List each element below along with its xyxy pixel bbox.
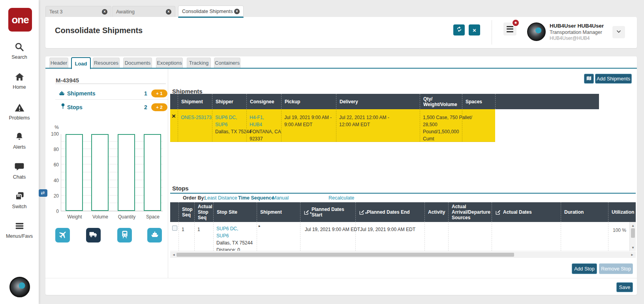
close-icon[interactable]: × bbox=[102, 9, 107, 15]
x-label-space: Space bbox=[139, 214, 167, 220]
sidebar-avatar[interactable] bbox=[9, 277, 30, 297]
tab-documents[interactable]: Documents bbox=[123, 58, 152, 68]
sidebar-item-switch[interactable]: ⇄ Switch bbox=[0, 191, 39, 209]
add-shipments-button[interactable]: Add Shipments bbox=[595, 74, 632, 84]
tab-test3[interactable]: Test 3 × bbox=[45, 6, 111, 17]
scrollbar-thumb[interactable] bbox=[631, 228, 635, 238]
remove-shipment-icon[interactable]: × bbox=[172, 112, 176, 120]
stop-site-cell: SUP6 DC, SUP6 Dallas, TX 75244 Distance:… bbox=[216, 225, 253, 251]
ship-icon bbox=[150, 230, 160, 241]
stops-count: 2 bbox=[144, 104, 147, 110]
shipper-link[interactable]: SUP6 DC, bbox=[215, 114, 252, 121]
consignee-org-link[interactable]: HUB4 bbox=[250, 121, 281, 128]
train-icon bbox=[120, 230, 130, 241]
sidebar-item-search[interactable]: Search bbox=[0, 42, 39, 60]
col-utilization[interactable]: Utilization bbox=[608, 202, 636, 222]
col-actual-sources[interactable]: Actual Arrival/Departure Sources bbox=[448, 202, 492, 222]
order-time-sequence[interactable]: Time Sequence bbox=[238, 195, 274, 201]
stops-section-title: Stops bbox=[172, 185, 189, 192]
shipments-panel-link[interactable]: Shipments bbox=[67, 90, 96, 97]
map-view-button[interactable] bbox=[584, 74, 594, 84]
mode-rail-button[interactable] bbox=[117, 228, 132, 242]
col-actual-stop-seq[interactable]: Actual Stop Seq bbox=[194, 202, 213, 222]
close-page-button[interactable]: × bbox=[469, 24, 480, 35]
sidebar-label-search: Search bbox=[0, 54, 39, 60]
tab-containers[interactable]: Containers bbox=[214, 58, 240, 68]
sidebar-item-alerts[interactable]: Alerts bbox=[0, 132, 39, 150]
shipper-org-link[interactable]: SUP6 bbox=[215, 121, 252, 128]
col-stop-seq[interactable]: Stop Seq bbox=[178, 202, 194, 222]
tab-header[interactable]: Header bbox=[49, 58, 68, 68]
stop-row[interactable]: 1 1 SUP6 DC, SUP6 Dallas, TX 75244 Dista… bbox=[170, 222, 629, 251]
sidebar-item-menus[interactable]: Menus/Favs bbox=[0, 221, 39, 239]
stop-row-checkbox[interactable] bbox=[172, 226, 177, 231]
shipments-delta-badge: + 1 bbox=[151, 90, 167, 97]
sidebar-label-problems: Problems bbox=[0, 115, 39, 121]
order-least-distance[interactable]: Least Distance bbox=[205, 195, 237, 201]
col-actual-dates[interactable]: Actual Dates bbox=[492, 202, 561, 222]
col-activity[interactable]: Activity bbox=[424, 202, 448, 222]
mode-ocean-button[interactable] bbox=[147, 228, 162, 242]
col-delivery[interactable]: Delivery bbox=[336, 94, 420, 109]
refresh-button[interactable] bbox=[453, 24, 465, 35]
col-duration[interactable]: Duration bbox=[561, 202, 608, 222]
order-manual[interactable]: Manual bbox=[272, 195, 289, 201]
hamburger-icon bbox=[507, 26, 513, 27]
col-stop-site[interactable]: Stop Site bbox=[213, 202, 257, 222]
col-shipment[interactable]: Shipment bbox=[178, 94, 212, 109]
shipment-number-cell: ONES-253173 bbox=[181, 114, 212, 121]
edit-icon bbox=[495, 209, 501, 215]
tab-test3-label: Test 3 bbox=[49, 9, 62, 15]
sidebar-label-chats: Chats bbox=[0, 174, 39, 180]
edit-icon: * bbox=[359, 209, 365, 215]
col-shipper[interactable]: Shipper bbox=[212, 94, 246, 109]
close-icon[interactable]: × bbox=[166, 9, 171, 15]
col-stop-shipment[interactable]: Shipment bbox=[257, 202, 300, 222]
planned-end-cell[interactable]: Jul 19, 2021 9:00 AM EDT bbox=[360, 226, 415, 233]
user-avatar[interactable] bbox=[527, 22, 546, 41]
sidebar-item-problems[interactable]: Problems bbox=[0, 103, 39, 121]
tab-consolidate-shipments[interactable]: Consolidate Shipments × bbox=[178, 6, 244, 18]
sidebar-item-chats[interactable]: Chats bbox=[0, 162, 39, 180]
stops-panel-link[interactable]: Stops bbox=[67, 104, 83, 110]
col-planned-dates-start[interactable]: * Planned Dates Start bbox=[300, 202, 355, 222]
tab-resources[interactable]: Resources bbox=[93, 58, 120, 68]
stop-site-org-link[interactable]: SUP6 bbox=[216, 232, 253, 239]
scroll-up-icon[interactable]: ▴ bbox=[630, 222, 636, 229]
add-stop-button[interactable]: Add Stop bbox=[572, 263, 597, 274]
user-menu-dropdown[interactable] bbox=[612, 26, 625, 38]
remove-stop-button[interactable]: Remove Stop bbox=[599, 263, 633, 274]
context-menu-icon[interactable]: ▸ bbox=[259, 224, 261, 228]
col-planned-dates-end[interactable]: * Planned Dates End bbox=[355, 202, 424, 222]
favorite-star-badge[interactable]: ★ bbox=[512, 19, 520, 27]
sidebar-item-home[interactable]: Home bbox=[0, 72, 39, 90]
x-label-quantity: Quantity bbox=[113, 214, 141, 220]
tab-tracking[interactable]: Tracking bbox=[187, 58, 211, 68]
stops-horizontal-scrollbar[interactable]: ◂ ▸ bbox=[170, 252, 636, 258]
y-tick: 100 bbox=[45, 131, 59, 137]
save-button[interactable]: Save bbox=[616, 282, 633, 292]
shipment-row-selected[interactable]: × ONES-253173 SUP6 DC, SUP6 Dallas, TX 7… bbox=[170, 109, 495, 142]
tab-load[interactable]: Load bbox=[71, 57, 91, 69]
planned-start-cell[interactable]: Jul 19, 2021 9:00 AM EDT bbox=[305, 226, 360, 233]
one-logo[interactable]: one bbox=[8, 8, 32, 32]
scroll-left-icon[interactable]: ◂ bbox=[171, 252, 176, 258]
scroll-right-icon[interactable]: ▸ bbox=[629, 252, 635, 258]
scroll-down-icon[interactable]: ▾ bbox=[630, 244, 636, 251]
mode-air-button[interactable] bbox=[55, 228, 70, 242]
tab-awaiting[interactable]: Awaiting × bbox=[112, 6, 175, 17]
tab-exceptions[interactable]: Exceptions bbox=[156, 58, 183, 68]
recalculate-link[interactable]: Recalculate bbox=[329, 195, 354, 201]
close-icon[interactable]: × bbox=[234, 9, 240, 14]
stops-vertical-scrollbar[interactable]: ▴ ▾ bbox=[629, 222, 636, 251]
col-spaces[interactable]: Spaces bbox=[462, 94, 495, 109]
stop-site-link[interactable]: SUP6 DC, bbox=[216, 225, 253, 232]
col-qty-weight-volume[interactable]: Qty/ Weight/Volume bbox=[420, 94, 462, 109]
shipment-number-link[interactable]: ONES-253173 bbox=[181, 114, 212, 121]
bar-space bbox=[144, 134, 161, 211]
col-pickup[interactable]: Pickup bbox=[281, 94, 336, 109]
consignee-link[interactable]: H4-F1, bbox=[250, 114, 281, 121]
scrollbar-thumb[interactable] bbox=[176, 253, 514, 257]
mode-truck-button[interactable] bbox=[86, 228, 101, 242]
col-consignee[interactable]: Consignee bbox=[246, 94, 281, 109]
